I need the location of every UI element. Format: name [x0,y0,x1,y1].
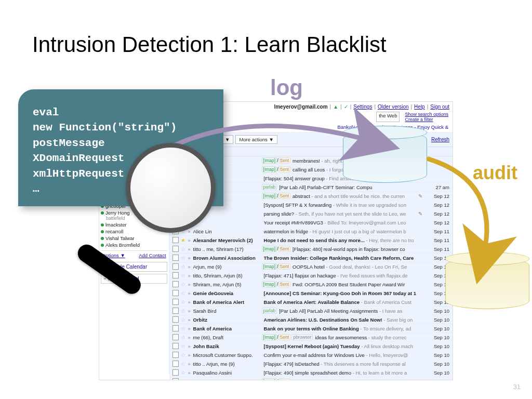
subject: [Syspost] SFTP & X forwarding - While it… [264,202,416,208]
message-row[interactable]: ☆»titto, Shriram, Arjun (8)[Flapjax: 471… [169,271,453,280]
checkbox[interactable] [172,228,179,234]
message-row[interactable]: ☆»me (66), Draft[Imap]/Sent pbrowseridea… [169,333,453,342]
star-icon[interactable]: ☆ [181,255,186,261]
star-icon[interactable]: ☆ [181,211,186,217]
star-icon[interactable]: ☆ [181,326,186,331]
checkbox[interactable] [172,299,179,305]
message-row[interactable]: ★»Alexander Meyerovich (2)Hope I do not … [169,236,453,245]
star-icon[interactable]: ☆ [181,379,186,381]
labels: parlab [262,308,277,313]
star-icon[interactable]: ☆ [181,229,186,234]
settings-link[interactable]: Settings [353,104,372,110]
help-link[interactable]: Help [414,104,425,110]
message-row[interactable]: ☆»Arjun, me (9)[Imap]/SentOOPSLA hotel -… [169,262,453,271]
code-line: XDomainRequest [33,151,214,166]
message-row[interactable]: ☆»Pasqualino Assini[Flapjax: 490] simple… [169,368,453,377]
message-row[interactable]: ☆»Sarah Birdparlab[Par Lab All] ParLab A… [169,307,453,315]
contact-item[interactable]: Jerry Hongbattlefield [101,209,167,221]
star-icon[interactable]: ★ [181,237,186,243]
subject: OOPSLA hotel - Good deal, thanks! - Leo … [292,264,416,270]
star-icon[interactable]: ☆ [181,290,186,296]
sender: Alice Lin [193,229,260,234]
checkbox[interactable] [172,272,179,278]
checkbox[interactable] [172,369,179,376]
chevron-icon: » [188,335,191,340]
message-row[interactable]: ☆»titto .. Arjun, me (9)[Flapjax: 479] i… [169,360,453,368]
checkbox[interactable] [172,290,179,296]
star-icon[interactable]: ☆ [181,317,186,323]
checkbox[interactable] [172,325,179,331]
message-row[interactable]: ☆»Alice Linwatermelon in fridge - Hi guy… [169,227,453,236]
message-row[interactable]: ☆»Brown Alumni AssociationThe Brown Insi… [169,254,453,262]
add-contact-link[interactable]: Add Contact [139,252,166,258]
contact-item[interactable]: recarroll [101,228,167,235]
audit-label: audit [473,162,517,184]
contact-item[interactable]: Aleks Bromfield [101,242,167,248]
star-icon[interactable]: ☆ [181,335,186,340]
checkbox[interactable] [172,316,179,323]
subject: [Announce] CS Seminar: Kyung-Goo Doh in … [264,290,416,296]
star-icon[interactable]: ☆ [181,370,186,376]
star-icon[interactable]: ☆ [181,282,186,287]
blacklist-code-box: eval new Function("string") postMessage … [18,89,223,206]
sender: Shriram, me, Arjun (5) [193,282,260,287]
checkbox[interactable] [172,352,179,358]
checkbox[interactable] [172,210,179,217]
google-calendar-box[interactable]: + Google Calendar [101,262,167,272]
message-row[interactable]: ☆»Your receipt #MHV899VG3 - Billed To: l… [169,218,453,227]
invite-friend-box[interactable]: + Invite a friend [101,274,167,284]
message-row[interactable]: ☆»Adrienne, me (15)[Imap]/Sentmembrane/D… [169,377,453,380]
contact-item[interactable]: lmackster [101,221,167,228]
sender: Brown Alumni Association [193,255,260,261]
star-icon[interactable]: ☆ [181,246,186,252]
star-icon[interactable]: ☆ [181,361,186,367]
contact-item[interactable]: Vishal Talwar [101,235,167,242]
message-row[interactable]: ☆»Bank of AmericaBank on your terms with… [169,324,453,333]
message-row[interactable]: ☆»titto .. me, Shriram (17)[Imap]/Sent[F… [169,245,453,254]
subject: ideas for awesomeness - study the correc [315,335,416,340]
star-icon[interactable]: ☆ [181,352,186,358]
chevron-icon: » [188,352,191,358]
sender: Adrienne, me (15) [193,379,260,381]
chat-options-link[interactable]: Options ▼ [102,252,125,258]
audit-database-icon [445,257,528,308]
sender: Genie deGouveia [193,290,260,296]
message-row[interactable]: ☆»Bank of America AlertBank of America A… [169,298,453,307]
search-web-button[interactable]: the Web [376,112,400,122]
message-row[interactable]: ☆»OrbitzAmerican Airlines: U.S. Destinat… [169,315,453,324]
checkbox[interactable] [172,246,179,252]
refresh-link[interactable]: Refresh [431,137,449,142]
checkbox[interactable] [172,378,179,380]
checkbox[interactable] [172,219,179,225]
star-icon[interactable]: ☆ [181,273,186,278]
star-icon[interactable]: ☆ [181,343,186,349]
message-row[interactable]: ☆»John Bazik[Syspost] Kernel Reboot (aga… [169,342,453,351]
checkbox[interactable] [172,237,179,243]
checkbox[interactable] [172,281,179,287]
signout-link[interactable]: Sign out [430,104,449,110]
checkbox[interactable] [172,343,179,349]
checkbox[interactable] [172,361,179,367]
star-icon[interactable]: ☆ [181,308,186,314]
checkbox[interactable] [172,255,179,261]
checkbox[interactable] [172,263,179,270]
show-search-options-link[interactable]: Show search options [405,112,448,117]
chevron-icon: » [188,370,191,376]
message-row[interactable]: ☆»Genie deGouveia[Announce] CS Seminar: … [169,289,453,298]
star-icon[interactable]: ☆ [181,264,186,270]
message-row[interactable]: ☆»Microsoft Customer Suppo.Confirm your … [169,351,453,360]
create-filter-link[interactable]: Create a filter [405,117,433,122]
checkbox[interactable] [172,308,179,314]
older-version-link[interactable]: Older version [378,104,408,110]
star-icon[interactable]: ☆ [181,220,186,225]
message-row[interactable]: ☆»parsing slide? - Seth, if you have not… [169,209,453,218]
subject: abstract - and a short title would be ni… [292,193,416,199]
star-icon[interactable]: ☆ [181,299,186,305]
subject: American Airlines: U.S. Destinations On … [264,317,416,323]
checkbox[interactable] [172,334,179,340]
subject: Fwd: OOPSLA 2009 Best Student Paper Awar… [292,282,416,287]
message-row[interactable]: ☆»Shriram, me, Arjun (5)[Imap]/SentFwd: … [169,280,453,289]
subject: [Par Lab All] Parlab-CIFT Seminar: Compu [279,184,416,190]
date: Sep 10 [425,326,449,331]
more-actions-button[interactable]: More actions ▼ [235,135,277,144]
